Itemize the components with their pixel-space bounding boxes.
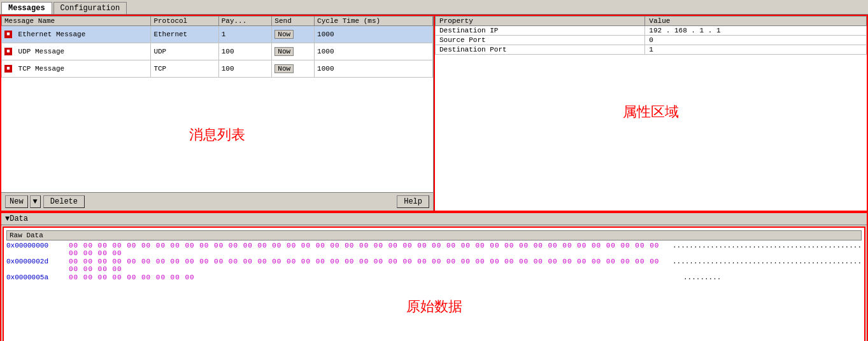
col-property: Property	[436, 17, 645, 26]
cell-send[interactable]: Now	[272, 43, 315, 60]
data-section-header: ▼Data	[1, 213, 867, 225]
help-button[interactable]: Help	[397, 195, 429, 208]
delete-button[interactable]: Delete	[43, 195, 85, 208]
cell-send[interactable]: Now	[272, 26, 315, 43]
prop-name: Destination Port	[436, 45, 645, 55]
raw-ascii: .........	[683, 274, 862, 281]
raw-address: 0x0000002d	[6, 258, 64, 265]
col-message-name: Message Name	[2, 17, 151, 26]
raw-address: 0x00000000	[6, 242, 64, 249]
raw-hex: 00 00 00 00 00 00 00 00 00 00 00 00 00 0…	[69, 242, 667, 257]
property-row: Source Port 0	[436, 36, 867, 45]
button-bar: New ▼ Delete Help	[1, 192, 433, 211]
message-icon: ■	[4, 31, 12, 38]
property-row: Destination Port 1	[436, 45, 867, 55]
send-now-button[interactable]: Now	[274, 64, 294, 73]
raw-ascii: ........................................…	[672, 242, 862, 249]
tab-messages[interactable]: Messages	[1, 2, 52, 14]
col-value: Value	[645, 17, 867, 26]
raw-address: 0x0000005a	[6, 274, 64, 281]
new-dropdown-arrow[interactable]: ▼	[30, 195, 41, 208]
table-row[interactable]: ■ Ethernet Message Ethernet 1 Now 1000	[2, 26, 433, 43]
prop-name: Destination IP	[436, 26, 645, 36]
raw-data-row: 0x0000002d 00 00 00 00 00 00 00 00 00 00…	[6, 258, 862, 273]
cell-payload: 1	[218, 26, 272, 43]
cell-name: ■ UDP Message	[2, 43, 151, 60]
cell-name: ■ TCP Message	[2, 60, 151, 78]
cell-cycle: 1000	[315, 43, 433, 60]
raw-data-content: 0x00000000 00 00 00 00 00 00 00 00 00 00…	[6, 242, 862, 281]
col-payload: Pay...	[218, 17, 272, 26]
cell-protocol: Ethernet	[151, 26, 218, 43]
cell-protocol: TCP	[151, 60, 218, 78]
property-row: Destination IP 192 . 168 . 1 . 1	[436, 26, 867, 36]
cell-send[interactable]: Now	[272, 60, 315, 78]
cell-payload: 100	[218, 43, 272, 60]
raw-hex: 00 00 00 00 00 00 00 00 00 00 00 00 00 0…	[69, 258, 667, 273]
tab-configuration[interactable]: Configuration	[53, 2, 127, 14]
col-send: Send	[272, 17, 315, 26]
send-now-button[interactable]: Now	[274, 30, 294, 39]
data-section: ▼Data Raw Data 0x00000000 00 00 00 00 00…	[0, 212, 868, 341]
message-icon: ■	[4, 65, 12, 73]
prop-value: 0	[645, 36, 867, 45]
message-table: Message Name Protocol Pay... Send Cycle …	[1, 16, 433, 78]
col-cycle-time: Cycle Time (ms)	[315, 17, 433, 26]
cell-cycle: 1000	[315, 26, 433, 43]
table-row[interactable]: ■ TCP Message TCP 100 Now 1000	[2, 60, 433, 78]
send-now-button[interactable]: Now	[274, 47, 294, 56]
table-row[interactable]: ■ UDP Message UDP 100 Now 1000	[2, 43, 433, 60]
messages-panel-label: 消息列表	[1, 78, 433, 192]
cell-protocol: UDP	[151, 43, 218, 60]
properties-panel: Property Value Destination IP 192 . 168 …	[434, 16, 867, 211]
prop-value: 1	[645, 45, 867, 55]
properties-panel-label: 属性区域	[435, 55, 867, 169]
property-table: Property Value Destination IP 192 . 168 …	[435, 16, 867, 55]
tab-bar: Messages Configuration	[0, 0, 868, 15]
message-icon: ■	[4, 48, 12, 55]
prop-name: Source Port	[436, 36, 645, 45]
cell-name: ■ Ethernet Message	[2, 26, 151, 43]
raw-data-header: Raw Data	[6, 230, 862, 240]
raw-hex: 00 00 00 00 00 00 00 00 00	[69, 274, 678, 281]
data-collapse-arrow[interactable]: ▼Data	[5, 214, 28, 223]
raw-data-row: 0x0000005a 00 00 00 00 00 00 00 00 00 ..…	[6, 274, 862, 281]
new-button[interactable]: New	[5, 195, 28, 208]
prop-value: 192 . 168 . 1 . 1	[645, 26, 867, 36]
raw-ascii: ........................................…	[672, 258, 862, 265]
main-area: Message Name Protocol Pay... Send Cycle …	[0, 15, 868, 212]
col-protocol: Protocol	[151, 17, 218, 26]
raw-data-panel: Raw Data 0x00000000 00 00 00 00 00 00 00…	[3, 226, 865, 341]
raw-data-label: 原始数据	[6, 281, 862, 332]
cell-payload: 100	[218, 60, 272, 78]
cell-cycle: 1000	[315, 60, 433, 78]
messages-panel: Message Name Protocol Pay... Send Cycle …	[1, 16, 434, 211]
raw-data-row: 0x00000000 00 00 00 00 00 00 00 00 00 00…	[6, 242, 862, 257]
